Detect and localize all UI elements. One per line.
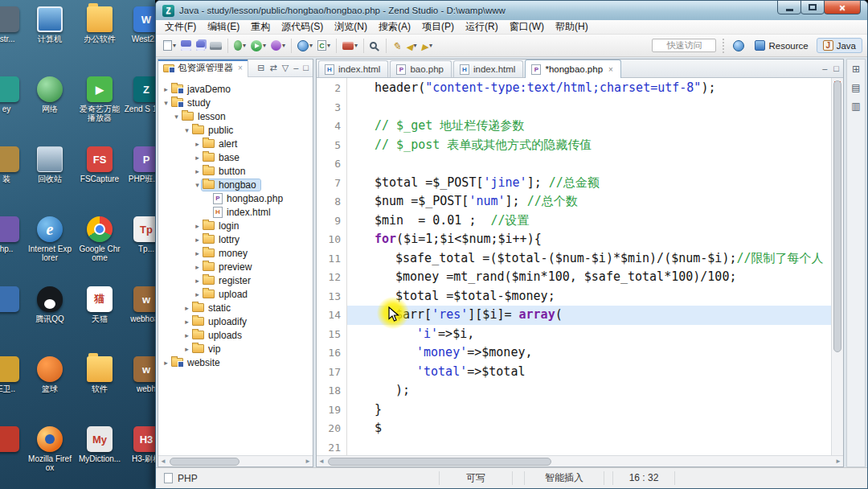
quick-access-input[interactable]: 快速访问 [652, 39, 716, 52]
tree-item-body[interactable]: uploadify [191, 316, 251, 327]
menu-item[interactable]: 源代码(S) [276, 20, 329, 34]
desktop-icon[interactable]: istr... [0, 6, 29, 43]
tree-item-index.html[interactable]: Hindex.html [158, 205, 313, 219]
code-line-3[interactable] [347, 98, 831, 117]
code-line-14[interactable]: $arr['res'][$i]= array( [347, 306, 831, 325]
code-line-4[interactable]: // $_get 地址栏传递参数 [347, 117, 831, 136]
profile-icon[interactable]: ▾ [268, 37, 288, 55]
menu-item[interactable]: 窗口(W) [504, 20, 550, 34]
forward-icon[interactable]: ▾ [420, 37, 435, 55]
scroll-left-icon[interactable]: ◄ [160, 458, 166, 465]
menu-item[interactable]: 运行(R) [460, 20, 504, 34]
last-edit-location-icon[interactable] [390, 37, 403, 55]
tree-item-body[interactable]: register [202, 275, 255, 286]
tree-item-uploads[interactable]: ▸uploads [158, 328, 313, 342]
expand-arrow-icon[interactable]: ▾ [182, 126, 191, 134]
new-wizard-icon[interactable]: ▾ [161, 37, 178, 55]
desktop-icon[interactable]: 回收站 [27, 146, 72, 183]
code-line-12[interactable]: $money =mt_rand($min*100, $safe_total*10… [347, 268, 831, 287]
editor-hscroll-track[interactable] [326, 458, 833, 466]
close-view-icon[interactable]: × [238, 64, 243, 72]
outline-view-icon[interactable]: ▤ [851, 82, 860, 93]
tree-item-vip[interactable]: ▸vip [158, 342, 313, 355]
desktop-icon[interactable]: Google Chrome [77, 216, 122, 262]
dropdown-caret-icon[interactable]: ▾ [173, 42, 176, 49]
dropdown-caret-icon[interactable]: ▾ [429, 42, 432, 49]
link-editor-icon[interactable]: ⇄ [270, 63, 277, 73]
minimize-editor-icon[interactable]: – [822, 64, 827, 73]
desktop-icon[interactable]: hp.. [0, 216, 29, 253]
expand-arrow-icon[interactable]: ▸ [182, 331, 191, 339]
expand-arrow-icon[interactable]: ▾ [162, 99, 170, 107]
editor-tab-index.html[interactable]: Hindex.html [318, 60, 388, 77]
desktop-icon[interactable]: 办公软件 [77, 6, 122, 43]
dropdown-caret-icon[interactable]: ▾ [354, 42, 358, 49]
editor-hscrollbar[interactable]: ◄ ► [317, 455, 843, 466]
tree-item-hongbao[interactable]: ▾hongbao [158, 178, 313, 191]
tree-item-button[interactable]: ▸button [158, 164, 313, 178]
close-window-button[interactable]: × [824, 0, 861, 14]
perspective-resource-button[interactable]: Resource [748, 38, 814, 53]
editor-tab-bao.php[interactable]: Pbao.php [390, 60, 452, 77]
dropdown-caret-icon[interactable]: ▾ [413, 42, 416, 49]
menu-item[interactable]: 帮助(H) [550, 20, 594, 34]
editor-tab-hongbao.php[interactable]: P*hongbao.php× [525, 60, 620, 78]
tree-item-body[interactable]: lesson [181, 111, 230, 122]
code-line-21[interactable] [347, 438, 831, 456]
expand-arrow-icon[interactable]: ▸ [193, 154, 202, 162]
external-tools-icon[interactable]: ▾ [340, 37, 360, 55]
tree-item-body[interactable]: button [202, 166, 249, 177]
desktop-icon[interactable]: 网络 [27, 76, 72, 113]
debug-icon[interactable]: ▾ [231, 37, 248, 55]
tree-item-body[interactable]: lottry [202, 234, 244, 245]
maximize-window-button[interactable] [800, 0, 825, 14]
code-line-2[interactable]: header("content-type:text/html;charset=u… [347, 79, 831, 98]
menu-item[interactable]: 搜索(A) [373, 20, 416, 34]
code-line-5[interactable]: // $_post 表单或其他方式的隐藏传值 [347, 136, 831, 155]
code-line-11[interactable]: $safe_total =($total-($num-$i)*$min)/($n… [347, 249, 831, 269]
expand-arrow-icon[interactable]: ▸ [193, 167, 202, 175]
explorer-hscrollbar[interactable]: ◄ ► [158, 455, 313, 466]
tree-item-preview[interactable]: ▸preview [158, 260, 313, 273]
tree-item-body[interactable]: static [191, 302, 235, 314]
editor-hscroll-thumb[interactable] [328, 458, 551, 466]
code-line-16[interactable]: 'money'=>$money, [347, 343, 831, 363]
tree-item-body[interactable]: upload [202, 289, 252, 300]
code-line-13[interactable]: $total =$total-$money; [347, 287, 831, 306]
expand-arrow-icon[interactable]: ▸ [193, 249, 202, 257]
restore-views-icon[interactable]: ⊞ [852, 64, 860, 75]
tree-item-hongbao.php[interactable]: Phongbao.php [158, 191, 313, 205]
tree-item-body[interactable]: website [170, 357, 224, 368]
dropdown-caret-icon[interactable]: ▾ [263, 42, 266, 49]
expand-arrow-icon[interactable]: ▸ [162, 85, 170, 93]
menu-item[interactable]: 编辑(E) [202, 20, 245, 34]
code-line-10[interactable]: for($i=1;$i<$num;$i++){ [347, 230, 831, 249]
code-line-18[interactable]: ); [347, 381, 831, 401]
desktop-icon[interactable]: 计算机 [27, 6, 72, 43]
tree-item-body[interactable]: login [202, 220, 243, 232]
new-class-icon[interactable]: ▾ [315, 37, 333, 55]
search-icon[interactable] [367, 37, 383, 55]
tree-item-alert[interactable]: ▸alert [158, 137, 313, 150]
expand-arrow-icon[interactable]: ▸ [193, 236, 202, 244]
tree-item-login[interactable]: ▸login [158, 219, 313, 232]
desktop-icon[interactable]: ey [0, 76, 29, 113]
menu-item[interactable]: 项目(P) [416, 20, 460, 34]
dropdown-caret-icon[interactable]: ▾ [243, 42, 246, 49]
dropdown-caret-icon[interactable]: ▾ [282, 42, 285, 49]
desktop-icon[interactable]: 篮球 [27, 356, 72, 393]
code-line-6[interactable] [347, 154, 831, 174]
menu-item[interactable]: 重构 [245, 20, 276, 34]
save-all-icon[interactable] [194, 37, 207, 55]
expand-arrow-icon[interactable]: ▸ [193, 290, 202, 298]
code-line-19[interactable]: } [347, 401, 831, 420]
save-icon[interactable] [178, 37, 194, 55]
tree-item-lesson[interactable]: ▾lesson [158, 109, 313, 123]
editor-vscrollbar[interactable] [831, 78, 843, 455]
tree-item-public[interactable]: ▾public [158, 123, 313, 137]
menu-item[interactable]: 浏览(N) [329, 20, 373, 34]
expand-arrow-icon[interactable]: ▾ [193, 181, 202, 189]
maximize-editor-icon[interactable]: □ [833, 64, 839, 73]
dropdown-caret-icon[interactable]: ▾ [309, 42, 313, 49]
tree-item-register[interactable]: ▸register [158, 273, 313, 287]
